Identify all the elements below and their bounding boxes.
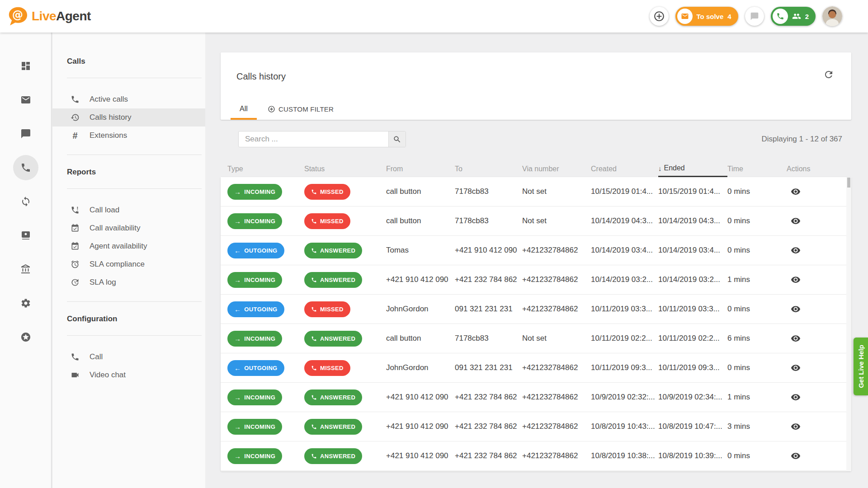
tab-custom-filter-label: CUSTOM FILTER <box>278 105 334 113</box>
from-cell: +421 910 412 090 <box>386 451 455 460</box>
page-title: Calls history <box>236 71 286 82</box>
column-header-from[interactable]: From <box>386 160 455 177</box>
sidebar-item-label: Video chat <box>90 371 126 380</box>
type-cell: ←OUTGOING <box>227 360 304 376</box>
table-row: →INCOMINGANSWERED+421 910 412 090+421 23… <box>221 441 846 471</box>
status-cell: ANSWERED <box>304 419 386 435</box>
side-nav: CallsActive callsCalls history#Extension… <box>52 33 205 488</box>
liveagent-logo: @ LiveAgent <box>6 6 91 27</box>
sidebar-item-extensions[interactable]: #Extensions <box>52 127 205 145</box>
table-row: →INCOMINGANSWEREDcall button7178cb83Not … <box>221 324 846 353</box>
add-new-button[interactable] <box>650 7 669 26</box>
status-badge-label: MISSED <box>320 188 344 195</box>
scrollbar-thumb[interactable] <box>847 178 850 188</box>
ended-cell: 10/8/2019 10:39:... <box>658 451 727 460</box>
rail-item-sync[interactable] <box>0 184 51 218</box>
view-call-button[interactable] <box>788 242 804 258</box>
created-cell: 10/14/2019 03:2... <box>591 275 658 284</box>
eye-icon <box>791 187 801 197</box>
sidebar-item-video-chat[interactable]: Video chat <box>52 366 205 384</box>
alarm-icon <box>71 260 80 269</box>
type-badge: →INCOMING <box>227 213 282 229</box>
avatar[interactable] <box>822 6 842 26</box>
to-cell: +421 910 412 090 <box>455 246 522 255</box>
view-call-button[interactable] <box>788 389 804 405</box>
add-circle-icon <box>268 105 275 113</box>
hash-icon: # <box>71 131 80 140</box>
videocam-icon <box>71 371 80 380</box>
column-header-ended[interactable]: ↓Ended <box>658 160 727 177</box>
type-cell: →INCOMING <box>227 213 304 229</box>
status-cell: MISSED <box>304 301 386 317</box>
rail-item-contact-card[interactable] <box>0 218 51 252</box>
view-call-button[interactable] <box>788 183 804 200</box>
column-header-actions[interactable]: Actions <box>787 160 846 177</box>
sidebar-item-calls-history[interactable]: Calls history <box>52 108 205 127</box>
column-header-to[interactable]: To <box>455 160 522 177</box>
get-live-help-tab[interactable]: Get Live Help <box>854 338 868 395</box>
rail-item-mail[interactable] <box>0 83 51 117</box>
rail-item-star[interactable] <box>0 320 51 354</box>
view-call-button[interactable] <box>788 213 804 229</box>
column-header-via-number[interactable]: Via number <box>522 160 591 177</box>
column-header-type[interactable]: Type <box>227 160 304 177</box>
sidebar-item-sla-compliance[interactable]: SLA compliance <box>52 255 205 273</box>
sidebar-item-active-calls[interactable]: Active calls <box>52 90 205 108</box>
view-call-button[interactable] <box>788 418 804 435</box>
rail-item-dashboard[interactable] <box>0 49 51 83</box>
column-header-created[interactable]: Created <box>591 160 658 177</box>
add-icon <box>653 10 665 22</box>
sidebar-item-call[interactable]: Call <box>52 348 205 366</box>
divider <box>67 155 202 155</box>
divider <box>67 188 202 189</box>
view-call-button[interactable] <box>788 448 804 464</box>
to-cell: 091 321 231 231 <box>455 305 522 314</box>
to-solve-button[interactable]: To solve 4 <box>675 7 738 26</box>
time-cell: 0 mins <box>727 363 787 372</box>
phone-icon <box>311 336 317 342</box>
history-icon <box>71 113 80 122</box>
column-header-time[interactable]: Time <box>727 160 787 177</box>
refresh-button[interactable] <box>823 69 835 80</box>
sidebar-item-call-load[interactable]: Call load <box>52 201 205 219</box>
via-cell: +421232784862 <box>522 422 591 431</box>
tab-all[interactable]: All <box>231 98 257 120</box>
nav-section-title: Reports <box>67 168 205 177</box>
search-input[interactable] <box>239 131 388 147</box>
rail-item-chat[interactable] <box>0 117 51 150</box>
view-call-button[interactable] <box>788 330 804 347</box>
sidebar-item-label: Extensions <box>90 131 127 140</box>
chats-button[interactable] <box>745 7 764 26</box>
sidebar-item-call-availability[interactable]: Call availability <box>52 219 205 237</box>
type-badge-label: OUTGOING <box>244 247 277 254</box>
time-cell: 0 mins <box>727 187 787 196</box>
search-button[interactable] <box>388 131 406 147</box>
type-cell: ←OUTGOING <box>227 243 304 258</box>
eye-icon <box>791 363 801 373</box>
rail-item-bank[interactable] <box>0 252 51 286</box>
actions-cell <box>787 330 846 347</box>
view-call-button[interactable] <box>788 272 804 288</box>
column-header-label: Via number <box>522 165 559 173</box>
type-badge: →INCOMING <box>227 448 282 464</box>
to-solve-label: To solve <box>697 13 724 20</box>
type-cell: →INCOMING <box>227 389 304 405</box>
agents-icon <box>792 12 801 21</box>
actions-cell <box>787 301 846 317</box>
rail-item-gear[interactable] <box>0 286 51 320</box>
created-cell: 10/9/2019 02:32:... <box>591 393 658 402</box>
arrow-left-icon: ← <box>234 365 241 371</box>
eye-icon <box>791 422 801 432</box>
status-cell: MISSED <box>304 184 386 200</box>
sidebar-item-label: SLA log <box>90 278 116 287</box>
rail-item-phone[interactable] <box>0 150 51 184</box>
view-call-button[interactable] <box>788 360 804 376</box>
tab-custom-filter[interactable]: CUSTOM FILTER <box>268 98 334 120</box>
phone-alert-icon <box>71 206 80 215</box>
table-row: ←OUTGOINGANSWEREDTomas+421 910 412 090+4… <box>221 236 846 265</box>
calls-online-button[interactable]: 2 <box>771 7 816 26</box>
view-call-button[interactable] <box>788 301 804 317</box>
sidebar-item-agent-availability[interactable]: Agent availability <box>52 237 205 255</box>
sidebar-item-sla-log[interactable]: SLA log <box>52 273 205 291</box>
column-header-status[interactable]: Status <box>304 160 386 177</box>
